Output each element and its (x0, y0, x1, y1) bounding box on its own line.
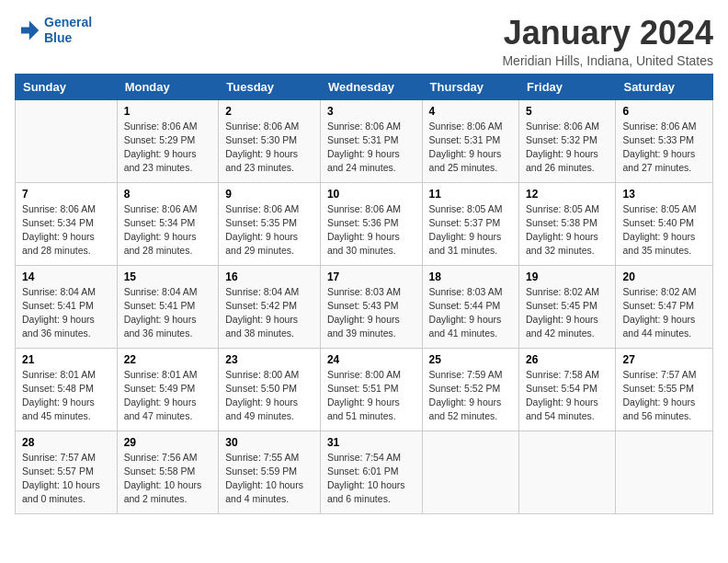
day-info: Sunrise: 8:06 AMSunset: 5:31 PMDaylight:… (327, 120, 415, 176)
calendar-cell: 18Sunrise: 8:03 AMSunset: 5:44 PMDayligh… (422, 265, 518, 348)
header-thursday: Thursday (422, 74, 518, 99)
day-number: 16 (225, 270, 313, 283)
calendar-cell: 15Sunrise: 8:04 AMSunset: 5:41 PMDayligh… (117, 265, 219, 348)
calendar-cell (422, 431, 518, 513)
day-number: 28 (22, 436, 110, 449)
day-number: 31 (327, 436, 415, 449)
day-info: Sunrise: 8:05 AMSunset: 5:38 PMDaylight:… (526, 202, 609, 259)
day-number: 22 (124, 353, 212, 366)
calendar-cell (616, 431, 713, 513)
day-info: Sunrise: 8:06 AMSunset: 5:29 PMDaylight:… (124, 120, 212, 176)
day-info: Sunrise: 8:06 AMSunset: 5:34 PMDaylight:… (124, 202, 212, 259)
calendar-cell: 23Sunrise: 8:00 AMSunset: 5:50 PMDayligh… (219, 348, 321, 431)
day-number: 13 (622, 188, 706, 201)
header-sunday: Sunday (16, 74, 118, 99)
day-info: Sunrise: 7:54 AMSunset: 6:01 PMDaylight:… (327, 451, 415, 507)
calendar-cell: 27Sunrise: 7:57 AMSunset: 5:55 PMDayligh… (616, 348, 713, 431)
svg-marker-0 (21, 20, 39, 40)
day-info: Sunrise: 8:02 AMSunset: 5:45 PMDaylight:… (526, 285, 609, 341)
day-info: Sunrise: 7:59 AMSunset: 5:52 PMDaylight:… (429, 368, 512, 424)
day-number: 18 (429, 270, 512, 283)
day-number: 27 (622, 353, 706, 366)
title-block: January 2024 Meridian Hills, Indiana, Un… (502, 15, 713, 68)
weekday-header-row: Sunday Monday Tuesday Wednesday Thursday… (16, 74, 713, 99)
day-number: 6 (622, 105, 706, 118)
calendar-cell: 6Sunrise: 8:06 AMSunset: 5:33 PMDaylight… (616, 99, 713, 182)
calendar-week-row: 1Sunrise: 8:06 AMSunset: 5:29 PMDaylight… (16, 99, 713, 182)
calendar-cell (519, 431, 616, 513)
day-number: 4 (429, 105, 512, 118)
day-number: 3 (327, 105, 415, 118)
day-info: Sunrise: 7:56 AMSunset: 5:58 PMDaylight:… (124, 451, 212, 507)
calendar-cell: 3Sunrise: 8:06 AMSunset: 5:31 PMDaylight… (320, 99, 422, 182)
header-monday: Monday (117, 74, 219, 99)
calendar-cell: 8Sunrise: 8:06 AMSunset: 5:34 PMDaylight… (117, 182, 219, 265)
calendar-cell: 20Sunrise: 8:02 AMSunset: 5:47 PMDayligh… (616, 265, 713, 348)
header-wednesday: Wednesday (320, 74, 422, 99)
calendar-cell: 16Sunrise: 8:04 AMSunset: 5:42 PMDayligh… (219, 265, 321, 348)
day-number: 8 (124, 188, 212, 201)
calendar-week-row: 21Sunrise: 8:01 AMSunset: 5:48 PMDayligh… (16, 348, 713, 431)
calendar-cell: 19Sunrise: 8:02 AMSunset: 5:45 PMDayligh… (519, 265, 616, 348)
calendar-cell: 4Sunrise: 8:06 AMSunset: 5:31 PMDaylight… (422, 99, 518, 182)
day-number: 2 (225, 105, 313, 118)
day-info: Sunrise: 8:03 AMSunset: 5:43 PMDaylight:… (327, 285, 415, 341)
day-info: Sunrise: 8:03 AMSunset: 5:44 PMDaylight:… (429, 285, 512, 341)
calendar-cell: 11Sunrise: 8:05 AMSunset: 5:37 PMDayligh… (422, 182, 518, 265)
day-info: Sunrise: 8:04 AMSunset: 5:42 PMDaylight:… (225, 285, 313, 341)
day-number: 5 (526, 105, 609, 118)
day-info: Sunrise: 8:04 AMSunset: 5:41 PMDaylight:… (124, 285, 212, 341)
day-info: Sunrise: 8:01 AMSunset: 5:49 PMDaylight:… (124, 368, 212, 424)
logo-text: General Blue (44, 15, 92, 46)
calendar-cell: 5Sunrise: 8:06 AMSunset: 5:32 PMDaylight… (519, 99, 616, 182)
logo-icon (15, 17, 40, 43)
calendar-cell: 21Sunrise: 8:01 AMSunset: 5:48 PMDayligh… (16, 348, 118, 431)
day-info: Sunrise: 8:02 AMSunset: 5:47 PMDaylight:… (622, 285, 706, 341)
calendar-cell: 28Sunrise: 7:57 AMSunset: 5:57 PMDayligh… (16, 431, 118, 513)
calendar-cell: 1Sunrise: 8:06 AMSunset: 5:29 PMDaylight… (117, 99, 219, 182)
calendar-cell: 13Sunrise: 8:05 AMSunset: 5:40 PMDayligh… (616, 182, 713, 265)
day-number: 1 (124, 105, 212, 118)
calendar-cell: 24Sunrise: 8:00 AMSunset: 5:51 PMDayligh… (320, 348, 422, 431)
day-number: 20 (622, 270, 706, 283)
calendar-cell: 25Sunrise: 7:59 AMSunset: 5:52 PMDayligh… (422, 348, 518, 431)
day-info: Sunrise: 8:00 AMSunset: 5:51 PMDaylight:… (327, 368, 415, 424)
day-info: Sunrise: 7:57 AMSunset: 5:57 PMDaylight:… (22, 451, 110, 507)
logo: General Blue (15, 15, 92, 46)
day-number: 24 (327, 353, 415, 366)
header-friday: Friday (519, 74, 616, 99)
calendar-cell: 9Sunrise: 8:06 AMSunset: 5:35 PMDaylight… (219, 182, 321, 265)
calendar-table: Sunday Monday Tuesday Wednesday Thursday… (15, 74, 713, 514)
day-info: Sunrise: 8:06 AMSunset: 5:33 PMDaylight:… (622, 120, 706, 176)
calendar-cell (16, 99, 118, 182)
day-number: 9 (225, 188, 313, 201)
day-number: 21 (22, 353, 110, 366)
day-info: Sunrise: 8:01 AMSunset: 5:48 PMDaylight:… (22, 368, 110, 424)
day-number: 14 (22, 270, 110, 283)
day-number: 12 (526, 188, 609, 201)
calendar-week-row: 28Sunrise: 7:57 AMSunset: 5:57 PMDayligh… (16, 431, 713, 513)
day-info: Sunrise: 8:06 AMSunset: 5:30 PMDaylight:… (225, 120, 313, 176)
day-info: Sunrise: 8:06 AMSunset: 5:31 PMDaylight:… (429, 120, 512, 176)
calendar-cell: 30Sunrise: 7:55 AMSunset: 5:59 PMDayligh… (219, 431, 321, 513)
day-number: 26 (526, 353, 609, 366)
day-number: 11 (429, 188, 512, 201)
day-number: 15 (124, 270, 212, 283)
day-info: Sunrise: 8:04 AMSunset: 5:41 PMDaylight:… (22, 285, 110, 341)
day-info: Sunrise: 8:06 AMSunset: 5:32 PMDaylight:… (526, 120, 609, 176)
header-tuesday: Tuesday (219, 74, 321, 99)
calendar-cell: 29Sunrise: 7:56 AMSunset: 5:58 PMDayligh… (117, 431, 219, 513)
day-number: 19 (526, 270, 609, 283)
day-info: Sunrise: 8:05 AMSunset: 5:40 PMDaylight:… (622, 202, 706, 259)
calendar-cell: 22Sunrise: 8:01 AMSunset: 5:49 PMDayligh… (117, 348, 219, 431)
calendar-cell: 2Sunrise: 8:06 AMSunset: 5:30 PMDaylight… (219, 99, 321, 182)
calendar-cell: 7Sunrise: 8:06 AMSunset: 5:34 PMDaylight… (16, 182, 118, 265)
calendar-week-row: 14Sunrise: 8:04 AMSunset: 5:41 PMDayligh… (16, 265, 713, 348)
day-number: 10 (327, 188, 415, 201)
day-number: 23 (225, 353, 313, 366)
day-number: 30 (225, 436, 313, 449)
calendar-week-row: 7Sunrise: 8:06 AMSunset: 5:34 PMDaylight… (16, 182, 713, 265)
day-info: Sunrise: 7:58 AMSunset: 5:54 PMDaylight:… (526, 368, 609, 424)
day-info: Sunrise: 8:00 AMSunset: 5:50 PMDaylight:… (225, 368, 313, 424)
day-info: Sunrise: 8:06 AMSunset: 5:34 PMDaylight:… (22, 202, 110, 259)
